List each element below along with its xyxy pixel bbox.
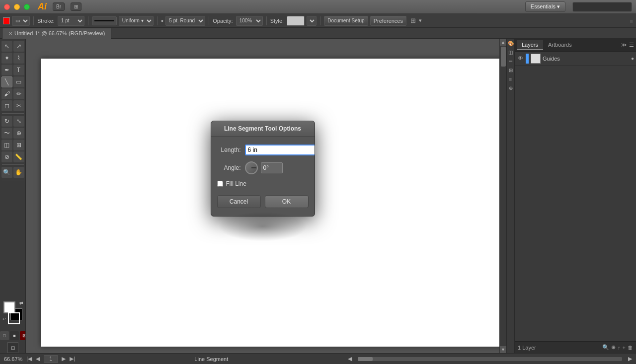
find-layer-icon[interactable]: 🔍 <box>602 344 609 351</box>
shape-builder-tool[interactable]: ⊕ <box>13 128 24 139</box>
scroll-track[interactable] <box>500 46 506 346</box>
color-panel-icon[interactable]: 🎨 <box>507 41 514 48</box>
style-box[interactable] <box>287 16 305 26</box>
scroll-down-arrow[interactable]: ▼ <box>500 346 506 353</box>
scroll-up-arrow[interactable]: ▲ <box>500 39 506 46</box>
opacity-select[interactable]: 100% <box>236 16 263 26</box>
swap-colors-icon[interactable]: ⇄ <box>19 300 23 305</box>
ok-button[interactable]: OK <box>265 195 309 208</box>
layer-options-icon[interactable]: ● <box>631 56 634 61</box>
minimize-button[interactable] <box>14 4 20 10</box>
new-sublayer-icon[interactable]: ⊕ <box>611 344 616 351</box>
bridge-button[interactable]: Br <box>53 2 65 11</box>
eyedropper-tool[interactable]: ⊘ <box>1 151 12 162</box>
gradient-tool[interactable]: ◫ <box>1 140 12 150</box>
nav-first-icon[interactable]: |◀ <box>26 356 32 362</box>
hand-tool[interactable]: ✋ <box>13 167 24 178</box>
search-input[interactable] <box>572 2 632 12</box>
fill-style-select[interactable]: ▭ <box>12 16 30 26</box>
toolbar-divider-5 <box>266 16 267 25</box>
layers-panel-menu-icon[interactable]: ≫ <box>621 42 627 48</box>
cancel-button[interactable]: Cancel <box>217 195 261 208</box>
blob-brush-tool[interactable]: ✏ <box>13 88 24 99</box>
angle-control <box>245 161 283 174</box>
tab-layers[interactable]: Layers <box>517 40 543 50</box>
artboard-nav-icon[interactable]: ◀ <box>348 356 352 362</box>
tool-row-4: ╲ ▭ <box>1 76 24 87</box>
tab-artboards[interactable]: Artboards <box>543 40 577 50</box>
essentials-button[interactable]: Essentials ▾ <box>525 1 565 12</box>
stroke-color-box[interactable] <box>3 17 10 24</box>
move-to-layer-icon[interactable]: ↑ <box>618 345 621 351</box>
tool-row-6: ◻ ✂ <box>1 100 24 111</box>
scissors-tool[interactable]: ✂ <box>13 100 24 111</box>
delete-layer-icon[interactable]: 🗑 <box>628 345 633 351</box>
nav-next-icon[interactable]: ▶ <box>62 356 66 362</box>
fill-line-checkbox[interactable] <box>217 181 223 187</box>
brush-select[interactable]: 5 pt. Round ▾ <box>165 16 205 26</box>
eraser-tool[interactable]: ◻ <box>1 100 12 111</box>
document-tab[interactable]: ✕ Untitled-1* @ 66.67% (RGB/Preview) <box>2 28 111 39</box>
align-panel-icon[interactable]: ≡ <box>507 76 514 83</box>
chevron-down-icon[interactable]: ▾ <box>419 17 422 24</box>
layer-visibility-icon[interactable]: 👁 <box>517 55 524 62</box>
close-button[interactable] <box>4 4 10 10</box>
preferences-button[interactable]: Preferences <box>370 16 406 26</box>
warp-tool[interactable]: 〜 <box>1 128 12 139</box>
workspace-button[interactable]: ⊞ <box>71 2 81 11</box>
layer-row-guides[interactable]: 👁 Guides ● <box>515 52 636 66</box>
paintbrush-tool[interactable]: 🖌 <box>1 88 12 99</box>
length-input[interactable] <box>245 145 315 155</box>
magic-wand-tool[interactable]: ✦ <box>1 53 12 64</box>
behind-mode-btn[interactable]: ■ <box>10 331 19 340</box>
scale-tool[interactable]: ⤡ <box>13 116 24 127</box>
artboard-nav-right-icon[interactable]: ▶ <box>628 356 632 362</box>
transform-panel-icon[interactable]: ⊞ <box>507 68 514 74</box>
angle-dial[interactable] <box>245 161 258 174</box>
fill-line-row: Fill Line <box>217 180 309 187</box>
stroke-panel-icon[interactable]: ═ <box>507 59 514 66</box>
layers-body: 👁 Guides ● <box>515 52 636 341</box>
nav-prev-icon[interactable]: ◀ <box>36 356 40 362</box>
scroll-thumb[interactable] <box>501 47 506 67</box>
v-scrollbar[interactable]: ▲ ▼ <box>499 39 506 353</box>
foreground-color-box[interactable] <box>3 301 15 313</box>
zoom-tool[interactable]: 🔍 <box>1 167 12 178</box>
normal-mode-btn[interactable]: □ <box>0 331 9 340</box>
type-tool[interactable]: T <box>13 65 24 75</box>
reset-colors-icon[interactable]: ↩ <box>2 317 6 321</box>
app-logo: Ai <box>38 1 47 12</box>
measure-tool[interactable]: 📏 <box>13 151 24 162</box>
angle-input[interactable] <box>261 162 283 173</box>
main-toolbar: ▭ Stroke: 1 pt Uniform ▾ ● 5 pt. Round ▾… <box>0 14 636 28</box>
stroke-weight-select[interactable]: 1 pt <box>58 16 84 26</box>
tool-row-9: ◫ ⊞ <box>1 140 24 150</box>
layers-panel-close-icon[interactable]: ☰ <box>629 42 634 48</box>
arrange-icon[interactable]: ⊞ <box>410 17 416 24</box>
style-select[interactable] <box>307 16 317 26</box>
gradient-panel-icon[interactable]: ◫ <box>507 50 514 57</box>
stroke-type-select[interactable]: Uniform ▾ <box>119 16 154 26</box>
rect-tool[interactable]: ▭ <box>13 76 24 87</box>
maximize-button[interactable] <box>24 4 30 10</box>
lasso-tool[interactable]: ⌇ <box>13 53 24 64</box>
panel-toggle-icon[interactable]: ≡ <box>630 18 633 24</box>
document-setup-button[interactable]: Document Setup <box>324 16 368 26</box>
tab-close-icon[interactable]: ✕ <box>8 31 12 36</box>
canvas-area[interactable]: ▲ ▼ Line Segment Tool Options Length: <box>26 39 506 353</box>
pathfinder-panel-icon[interactable]: ⊕ <box>507 85 514 92</box>
new-layer-icon[interactable]: + <box>623 345 626 351</box>
selection-tool[interactable]: ↖ <box>1 41 12 52</box>
mesh-tool[interactable]: ⊞ <box>13 140 24 150</box>
toolbox-divider-3 <box>2 180 24 180</box>
h-scrollbar[interactable] <box>358 357 622 361</box>
line-tool[interactable]: ╲ <box>1 76 12 87</box>
rotate-tool[interactable]: ↻ <box>1 116 12 127</box>
page-input[interactable] <box>44 355 58 363</box>
h-scroll-thumb[interactable] <box>358 357 373 361</box>
nav-last-icon[interactable]: ▶| <box>70 356 75 362</box>
inside-mode-btn[interactable]: ⊠ <box>20 331 26 340</box>
screen-mode-button[interactable]: ⊡ <box>7 342 18 353</box>
direct-select-tool[interactable]: ↗ <box>13 41 24 52</box>
pen-tool[interactable]: ✒ <box>1 65 12 75</box>
